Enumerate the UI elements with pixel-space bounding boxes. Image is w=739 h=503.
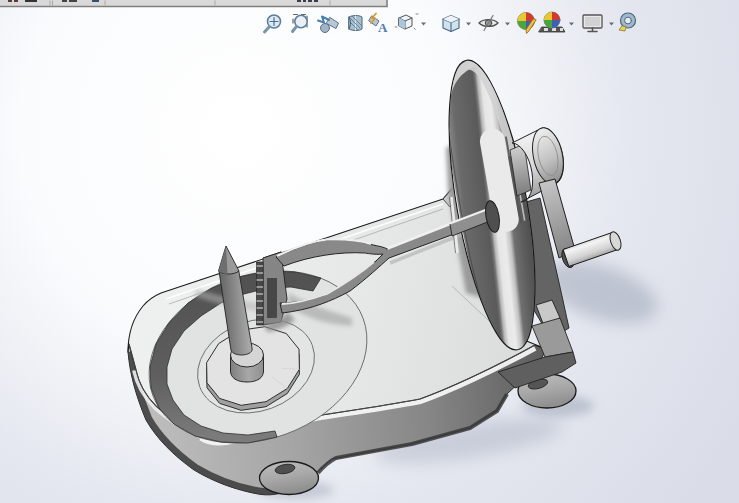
svg-text:A: A (378, 20, 388, 35)
